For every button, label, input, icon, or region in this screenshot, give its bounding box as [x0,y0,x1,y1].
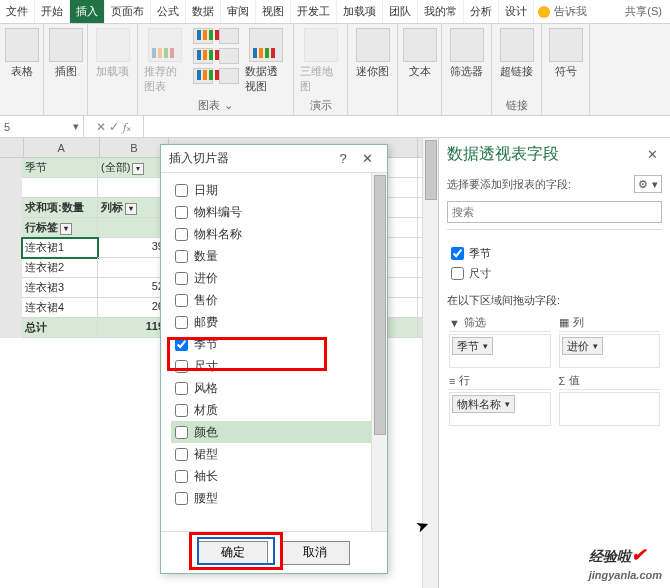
slicer-field-checkbox[interactable] [175,294,188,307]
chart-icon[interactable] [219,48,239,64]
cancel-button[interactable]: 取消 [280,541,350,565]
pivot-value-cell[interactable]: 52 [98,278,168,298]
col-header-a[interactable]: A [24,138,100,157]
slicer-field-item[interactable]: 颜色 [171,421,377,443]
pivot-value-cell[interactable]: 26 [98,298,168,318]
slicer-field-item[interactable]: 风格 [171,377,377,399]
slicer-field-checkbox[interactable] [175,404,188,417]
rec-charts-button[interactable]: 推荐的图表 [144,28,187,94]
slicer-field-item[interactable]: 裙型 [171,443,377,465]
share-button[interactable]: 共享(S) [617,0,670,23]
slicer-field-item[interactable]: 尺寸 [171,355,377,377]
pivot-filter-value[interactable]: (全部)▾ [98,158,168,178]
text-button[interactable]: 文本 [404,28,436,79]
tab-addins[interactable]: 加载项 [337,0,383,23]
slicer-field-checkbox[interactable] [175,382,188,395]
dialog-scrollbar[interactable] [371,173,387,531]
slicer-field-checkbox[interactable] [175,492,188,505]
slicer-field-item[interactable]: 日期 [171,179,377,201]
symbol-button[interactable]: 符号 [548,28,583,79]
3d-map-button[interactable]: 三维地图 [300,28,341,94]
slicer-field-item[interactable]: 物料名称 [171,223,377,245]
tab-insert[interactable]: 插入 [70,0,105,23]
field-pill[interactable]: 进价▾ [562,337,603,355]
slicer-field-checkbox[interactable] [175,426,188,439]
slicer-field-item[interactable]: 材质 [171,399,377,421]
slicer-field-checkbox[interactable] [175,448,188,461]
tab-home[interactable]: 开始 [35,0,70,23]
tab-data[interactable]: 数据 [186,0,221,23]
slicer-field-item[interactable]: 售价 [171,289,377,311]
tab-file[interactable]: 文件 [0,0,35,23]
field-item[interactable]: 季节 [447,243,662,263]
settings-gear-icon[interactable]: ⚙ ▾ [634,175,662,193]
dialog-help-icon[interactable]: ? [331,151,355,166]
tab-developer[interactable]: 开发工 [291,0,337,23]
scroll-thumb[interactable] [374,175,386,435]
dropdown-icon[interactable]: ▾ [125,203,137,215]
pivot-row-label[interactable]: 行标签▾ [22,218,98,238]
field-pane-close-icon[interactable]: ✕ [643,147,662,162]
field-pill[interactable]: 季节▾ [452,337,493,355]
scroll-thumb[interactable] [425,140,437,200]
slicer-button[interactable]: 筛选器 [448,28,485,79]
slicer-field-checkbox[interactable] [175,360,188,373]
slicer-field-checkbox[interactable] [175,206,188,219]
tab-review[interactable]: 审阅 [221,0,256,23]
tab-custom[interactable]: 我的常 [418,0,464,23]
slicer-field-checkbox[interactable] [175,338,188,351]
sparkline-button[interactable]: 迷你图 [354,28,391,79]
chart-icon[interactable] [193,68,213,84]
dropdown-icon[interactable]: ▾ [132,163,144,175]
values-area[interactable] [559,392,661,426]
slicer-field-item[interactable]: 物料编号 [171,201,377,223]
slicer-field-item[interactable]: 进价 [171,267,377,289]
pivot-col-label[interactable]: 列标▾ [98,198,168,218]
rows-area[interactable]: 物料名称▾ [449,392,551,426]
filter-area[interactable]: 季节▾ [449,334,551,368]
col-header-b[interactable]: B [100,138,170,157]
pivot-row-cell[interactable]: 连衣裙2 [22,258,98,278]
tables-button[interactable]: 表格 [6,28,38,79]
pivot-chart-button[interactable]: 数据透视图 [245,28,288,94]
tab-design[interactable]: 设计 [499,0,534,23]
addins-button[interactable]: 加载项 [94,28,131,79]
dropdown-icon[interactable]: ▾ [60,223,72,235]
slicer-field-checkbox[interactable] [175,184,188,197]
pivot-values-label[interactable]: 求和项:数量 [22,198,98,218]
field-checkbox[interactable] [451,267,464,280]
pivot-total-label[interactable]: 总计 [22,318,98,338]
tab-analyze[interactable]: 分析 [464,0,499,23]
slicer-field-checkbox[interactable] [175,272,188,285]
field-checkbox[interactable] [451,247,464,260]
slicer-field-checkbox[interactable] [175,316,188,329]
pivot-row-cell[interactable]: 连衣裙3 [22,278,98,298]
chart-icon[interactable] [193,48,213,64]
chart-icon[interactable] [193,28,213,44]
columns-area[interactable]: 进价▾ [559,334,661,368]
slicer-field-item[interactable]: 数量 [171,245,377,267]
dialog-close-icon[interactable]: ✕ [355,151,379,166]
field-item[interactable]: 尺寸 [447,263,662,283]
pivot-value-cell[interactable] [98,258,168,278]
pivot-filter-label[interactable]: 季节 [22,158,98,178]
slicer-field-item[interactable]: 腰型 [171,487,377,509]
tell-me[interactable]: 告诉我 [538,0,587,23]
chart-icon[interactable] [219,28,239,44]
slicer-field-checkbox[interactable] [175,470,188,483]
pivot-total-value[interactable]: 119 [98,318,168,338]
tab-formulas[interactable]: 公式 [151,0,186,23]
illustrations-button[interactable]: 插图 [50,28,82,79]
hyperlink-button[interactable]: 超链接 [498,28,535,79]
slicer-field-checkbox[interactable] [175,250,188,263]
slicer-field-checkbox[interactable] [175,228,188,241]
fx-icon[interactable]: ✕ ✓ 𝑓ₓ [84,116,144,137]
tab-view[interactable]: 视图 [256,0,291,23]
formula-input[interactable] [144,116,670,137]
select-all-corner[interactable] [0,138,24,157]
pivot-row-cell[interactable]: 连衣裙4 [22,298,98,318]
field-search-input[interactable] [447,201,662,223]
tab-page-layout[interactable]: 页面布 [105,0,151,23]
pivot-value-cell[interactable]: 39 [98,238,168,258]
selected-cell[interactable]: 连衣裙1 [22,238,98,258]
